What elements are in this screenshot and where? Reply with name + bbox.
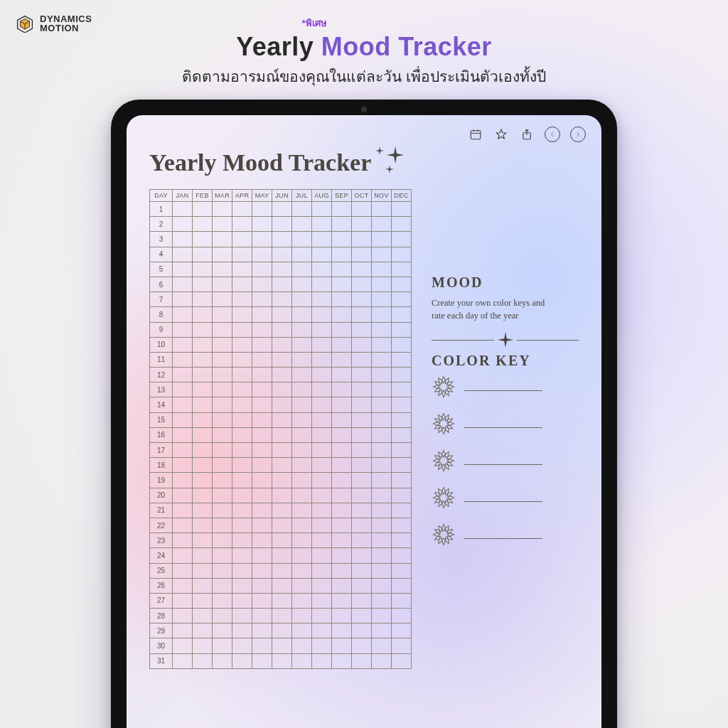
mood-cell[interactable] [292,368,312,382]
mood-cell[interactable] [352,307,372,322]
mood-cell[interactable] [173,638,193,653]
mood-cell[interactable] [272,638,292,653]
mood-cell[interactable] [272,653,292,668]
mood-cell[interactable] [173,488,193,503]
mood-cell[interactable] [173,292,193,307]
mood-cell[interactable] [352,397,372,412]
mood-cell[interactable] [252,412,272,427]
share-icon[interactable] [519,127,535,142]
mood-cell[interactable] [392,458,412,473]
mood-cell[interactable] [193,412,213,427]
mood-cell[interactable] [213,623,232,638]
mood-cell[interactable] [332,518,352,532]
mood-cell[interactable] [173,412,193,427]
mood-cell[interactable] [312,503,332,518]
mood-cell[interactable] [232,322,252,337]
mood-cell[interactable] [332,412,352,427]
mood-cell[interactable] [232,412,252,427]
mood-cell[interactable] [372,277,392,291]
mood-cell[interactable] [292,488,312,503]
mood-cell[interactable] [312,593,332,608]
mood-cell[interactable] [193,443,213,458]
mood-cell[interactable] [232,307,252,322]
mood-cell[interactable] [193,593,213,608]
mood-cell[interactable] [392,322,412,337]
mood-cell[interactable] [193,232,213,247]
mood-cell[interactable] [232,443,252,458]
mood-cell[interactable] [312,337,332,352]
mood-cell[interactable] [173,548,193,563]
mood-cell[interactable] [252,473,272,488]
mood-cell[interactable] [392,623,412,638]
mood-cell[interactable] [292,638,312,653]
mood-cell[interactable] [272,503,292,518]
mood-cell[interactable] [392,427,412,442]
mood-cell[interactable] [193,548,213,563]
mood-cell[interactable] [193,623,213,638]
mood-cell[interactable] [392,533,412,548]
mood-cell[interactable] [332,292,352,307]
mood-cell[interactable] [332,548,352,563]
mood-cell[interactable] [252,653,272,668]
mood-cell[interactable] [272,368,292,382]
mood-cell[interactable] [173,653,193,668]
mood-cell[interactable] [193,352,213,367]
mood-cell[interactable] [372,322,392,337]
mood-cell[interactable] [292,382,312,397]
mood-cell[interactable] [332,458,352,473]
mood-cell[interactable] [312,443,332,458]
mood-cell[interactable] [213,322,232,337]
mood-cell[interactable] [312,563,332,578]
color-key-row[interactable] [432,449,579,473]
mood-cell[interactable] [193,217,213,232]
mood-cell[interactable] [252,593,272,608]
mood-cell[interactable] [272,518,292,532]
mood-cell[interactable] [292,653,312,668]
mood-cell[interactable] [252,548,272,563]
mood-cell[interactable] [252,397,272,412]
mood-cell[interactable] [272,382,292,397]
mood-cell[interactable] [232,593,252,608]
mood-cell[interactable] [372,427,392,442]
mood-cell[interactable] [312,322,332,337]
mood-cell[interactable] [272,443,292,458]
mood-cell[interactable] [352,593,372,608]
mood-cell[interactable] [312,247,332,262]
mood-cell[interactable] [193,307,213,322]
mood-cell[interactable] [252,247,272,262]
mood-cell[interactable] [272,337,292,352]
mood-cell[interactable] [292,533,312,548]
mood-cell[interactable] [193,202,213,217]
mood-cell[interactable] [252,427,272,442]
mood-cell[interactable] [352,533,372,548]
mood-cell[interactable] [372,488,392,503]
mood-cell[interactable] [312,473,332,488]
mood-cell[interactable] [372,352,392,367]
mood-cell[interactable] [392,578,412,593]
mood-cell[interactable] [292,217,312,232]
mood-cell[interactable] [213,368,232,382]
mood-cell[interactable] [392,563,412,578]
mood-cell[interactable] [232,638,252,653]
mood-cell[interactable] [213,503,232,518]
mood-cell[interactable] [392,488,412,503]
mood-cell[interactable] [272,623,292,638]
mood-cell[interactable] [232,382,252,397]
mood-cell[interactable] [232,518,252,532]
mood-cell[interactable] [193,518,213,532]
mood-cell[interactable] [332,247,352,262]
mood-cell[interactable] [193,458,213,473]
mood-cell[interactable] [292,473,312,488]
mood-cell[interactable] [173,232,193,247]
mood-cell[interactable] [332,397,352,412]
mood-cell[interactable] [292,247,312,262]
mood-cell[interactable] [312,638,332,653]
mood-cell[interactable] [213,488,232,503]
mood-cell[interactable] [292,593,312,608]
mood-cell[interactable] [292,518,312,532]
mood-cell[interactable] [372,412,392,427]
mood-cell[interactable] [372,458,392,473]
mood-cell[interactable] [352,232,372,247]
mood-cell[interactable] [372,609,392,623]
mood-cell[interactable] [312,488,332,503]
